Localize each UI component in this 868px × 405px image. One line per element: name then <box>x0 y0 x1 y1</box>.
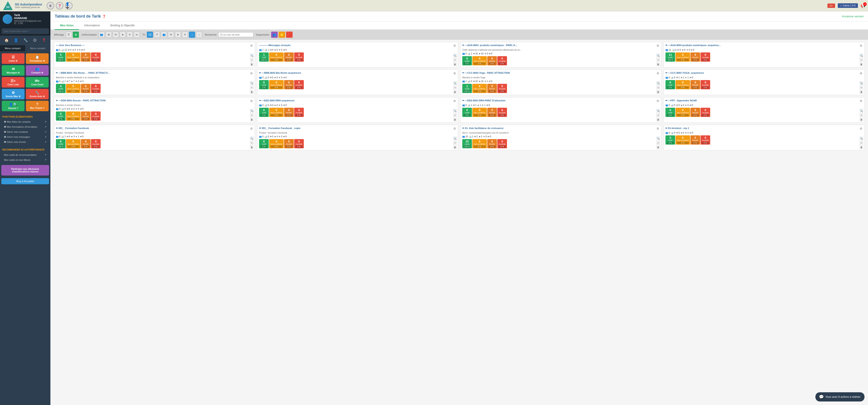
qa-envois-auto-button[interactable]: 🔧 Envois Auto ⚙ <box>26 89 49 99</box>
card-title[interactable]: ✏ —BBB-MAV-Bio-Resto acquéreurs <box>259 71 453 75</box>
card-add-button[interactable]: + <box>860 113 863 117</box>
suppress-trash-button[interactable]: 🔴 <box>286 32 292 38</box>
title-help-icon[interactable]: ❓ <box>102 15 106 18</box>
qa-contacts-button[interactable]: 👥 Contacts ⚙ <box>26 65 49 76</box>
tab-briefing[interactable]: Briefing & Objectifs <box>105 22 140 30</box>
tri-sort-button[interactable]: ↕ <box>189 32 195 38</box>
card-title[interactable]: ✏ 01-formtest - rep 1 <box>665 127 860 130</box>
question-icon[interactable]: ❓ <box>41 37 47 43</box>
qa-envois-man-button[interactable]: ⚙ Envois Man ⚙ <box>2 89 25 99</box>
card-add-button[interactable]: + <box>453 58 457 62</box>
card-delete-button[interactable]: 🗑 <box>860 62 863 66</box>
tri-clock-button[interactable]: ⏱ <box>154 32 160 38</box>
unif-send2-button[interactable]: ✈ <box>127 32 133 38</box>
card-delete-button[interactable]: 🗑 <box>656 90 660 94</box>
help-circle-button[interactable]: ❓ <box>56 2 63 9</box>
card-settings-icon[interactable]: ⚙ <box>250 99 253 103</box>
card-delete-button[interactable]: 🗑 <box>453 90 457 94</box>
card-settings-icon[interactable]: ⚙ <box>860 127 863 130</box>
card-title[interactable]: ✏ —FFF - Apprendre SGAR <box>665 99 860 102</box>
card-title[interactable]: ✏ —BBB-MAV- Bio Resto - - PARC ATTRACTI.… <box>56 71 250 75</box>
card-delete-button[interactable]: 🗑 <box>656 118 660 121</box>
card-search-button[interactable]: 🔍 <box>860 54 863 57</box>
card-settings-icon[interactable]: ⚙ <box>656 71 659 75</box>
suppress-star-button[interactable]: ⭐ <box>279 32 285 38</box>
card-title[interactable]: ✏ —EEE-MAV-DRH-PARC D'attraction <box>462 99 656 102</box>
card-title[interactable]: ✏ —DDD-MAV-Dessin - PARC ATTRACTION <box>56 99 250 102</box>
delete-button[interactable]: 🗑 <box>47 2 54 9</box>
card-delete-button[interactable]: 🗑 <box>860 118 863 121</box>
card-add-button[interactable]: + <box>453 86 457 89</box>
card-title[interactable]: ✏ —CCC-MAV-Yoga - PARC ATTRACTION <box>462 71 656 75</box>
card-search-button[interactable]: 🔍 <box>656 81 660 85</box>
card-delete-button[interactable]: 🗑 <box>250 145 254 149</box>
card-search-button[interactable]: 🔍 <box>250 54 254 57</box>
notification-bell[interactable]: 📢 10 <box>861 3 865 8</box>
card-search-button[interactable]: 🔍 <box>453 81 457 85</box>
card-settings-icon[interactable]: ⚙ <box>656 127 659 130</box>
tri-users-button[interactable]: 👥 <box>161 32 167 38</box>
tri-sortza-button[interactable]: ↕ <box>196 32 202 38</box>
card-add-button[interactable]: + <box>656 86 660 89</box>
qa-creer-liste-button[interactable]: ☰+ Créer Liste <box>2 77 25 88</box>
card-title[interactable]: ✏ 001__Formation Facebook _copie <box>259 127 453 130</box>
tab-mes-listes[interactable]: Mes listes <box>55 22 79 30</box>
card-delete-button[interactable]: 🗑 <box>453 118 457 121</box>
card-add-button[interactable]: + <box>453 113 457 117</box>
search-input[interactable] <box>2 29 49 34</box>
qa-listes-button[interactable]: ☰ Listes ⚙ <box>2 53 25 64</box>
sidebar-envois[interactable]: ❶ Gérer mes envois ↗ <box>2 140 48 145</box>
card-title[interactable]: ✏ 01- liste facilitateur de croissance <box>462 127 656 130</box>
home-icon[interactable]: 🏠 <box>3 37 10 43</box>
card-delete-button[interactable]: 🗑 <box>656 62 660 66</box>
card-delete-button[interactable]: 🗑 <box>250 62 254 66</box>
qa-abonne-button[interactable]: 👤🔍 Abonné ? <box>2 101 25 111</box>
card-search-button[interactable]: 🔍 <box>656 54 660 57</box>
card-settings-icon[interactable]: ⚙ <box>656 44 659 48</box>
tri-az-button[interactable]: AZ <box>147 32 153 38</box>
tri-email-button[interactable]: ✉ <box>168 32 174 38</box>
card-add-button[interactable]: + <box>860 141 863 145</box>
card-add-button[interactable]: + <box>250 86 254 89</box>
card-settings-icon[interactable]: ⚙ <box>860 71 863 75</box>
card-search-button[interactable]: 🔍 <box>453 109 457 113</box>
tri-send2-button[interactable]: ✈ <box>182 32 188 38</box>
card-settings-icon[interactable]: ⚙ <box>250 71 253 75</box>
card-title[interactable]: — Unis Vers Business — <box>56 44 250 47</box>
card-title[interactable]: ————Messages envoyés <box>259 44 453 47</box>
menu-complet-button[interactable]: Menu complet <box>25 45 51 51</box>
card-delete-button[interactable]: 🗑 <box>860 90 863 94</box>
card-search-button[interactable]: 🔍 <box>656 109 660 113</box>
card-search-button[interactable]: 🔍 <box>250 81 254 85</box>
add-user-button[interactable]: 👤➕ <box>65 2 72 9</box>
card-add-button[interactable]: + <box>656 141 660 145</box>
card-settings-icon[interactable]: ⚙ <box>453 99 456 103</box>
sidebar-mes-listes[interactable]: ❶ Mes listes de contacts ↗ <box>2 119 48 124</box>
card-search-button[interactable]: 🔍 <box>860 137 863 140</box>
unif-email-button[interactable]: ✉ <box>113 32 119 38</box>
card-delete-button[interactable]: 🗑 <box>453 62 457 66</box>
card-title[interactable]: ✏ —AAA-MAV- produits numériques - PARC A… <box>462 44 656 47</box>
unif-shuffle-button[interactable]: ⇌ <box>134 32 140 38</box>
card-title[interactable]: ✏ —EEE-MAV-DRH acquéreurs <box>259 99 453 102</box>
card-add-button[interactable]: + <box>860 58 863 62</box>
card-delete-button[interactable]: 🗑 <box>250 90 254 94</box>
old-version-link[interactable]: Ancienne version <box>842 15 864 18</box>
sidebar-outils[interactable]: Mes outils de recommandation ↗ <box>2 152 48 157</box>
card-search-button[interactable]: 🔍 <box>250 137 254 140</box>
card-add-button[interactable]: + <box>656 58 660 62</box>
card-settings-icon[interactable]: ⚙ <box>860 99 863 103</box>
view-list-button[interactable]: ☰ <box>66 32 72 38</box>
power-icon[interactable]: ⏻ <box>32 37 37 43</box>
jaime-button[interactable]: ✓ J'aime 1.9 K <box>838 3 858 8</box>
chat-bubble[interactable]: 💬 Vous avez 8 actions à réaliser. <box>815 392 865 402</box>
unif-table-button[interactable]: ⊞ <box>106 32 112 38</box>
card-title[interactable]: ✏ —CCC-MAV-YOGA- acquéreurs <box>665 71 860 75</box>
unif-users-button[interactable]: 👥 <box>99 32 105 38</box>
card-settings-icon[interactable]: ⚙ <box>656 99 659 103</box>
view-grid-button[interactable]: ⊞ <box>73 32 79 38</box>
card-search-button[interactable]: 🔍 <box>250 109 254 113</box>
promo-button[interactable]: Participer aux décisions d'améliorations… <box>1 165 49 175</box>
card-add-button[interactable]: + <box>250 113 254 117</box>
card-search-button[interactable]: 🔍 <box>453 137 457 140</box>
